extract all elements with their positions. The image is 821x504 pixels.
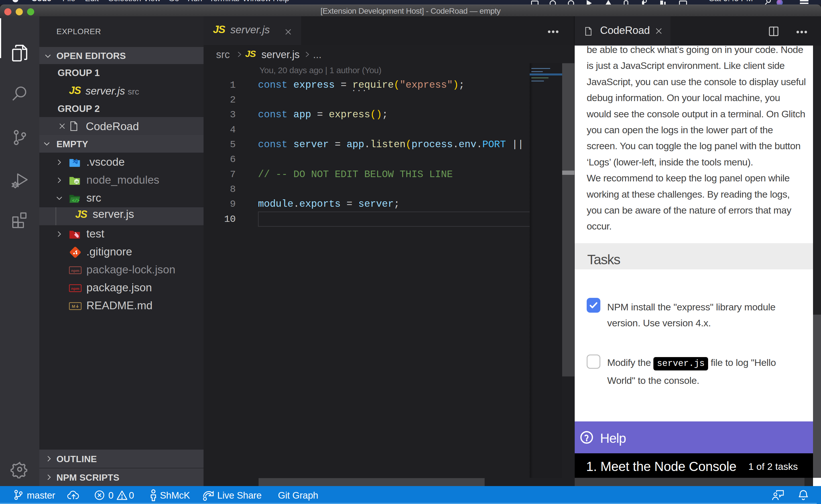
svg-text:M: M	[72, 304, 75, 309]
svg-text:npm: npm	[71, 286, 79, 291]
svg-text:</>: </>	[72, 198, 79, 203]
svg-text:JS: JS	[75, 181, 78, 183]
svg-text:npm: npm	[71, 269, 79, 273]
